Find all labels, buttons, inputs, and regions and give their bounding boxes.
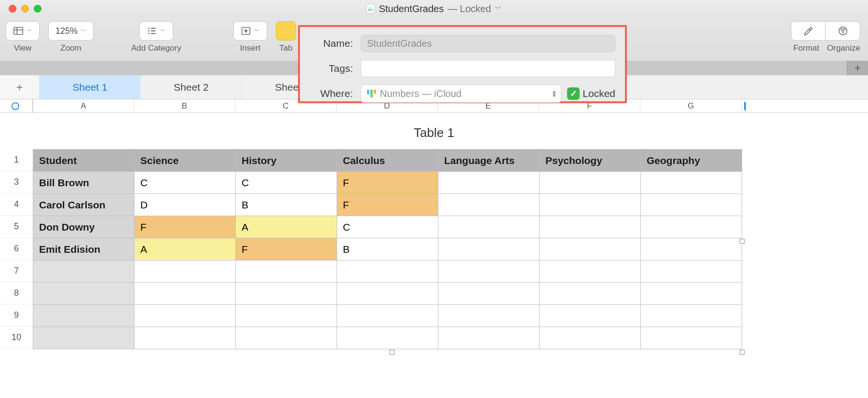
column-header-g[interactable]: G xyxy=(640,99,742,112)
view-button[interactable]: ﹀ xyxy=(6,21,40,41)
empty-cell[interactable] xyxy=(438,327,540,349)
empty-cell[interactable] xyxy=(438,305,540,327)
empty-cell[interactable] xyxy=(337,305,438,327)
grades-table[interactable]: StudentScienceHistoryCalculusLanguage Ar… xyxy=(33,149,742,349)
grade-cell[interactable]: F xyxy=(337,172,438,194)
grade-cell[interactable] xyxy=(438,238,540,261)
student-name-cell[interactable]: Bill Brown xyxy=(33,172,135,194)
grade-cell[interactable]: F xyxy=(337,194,438,216)
table-header-cell[interactable]: Calculus xyxy=(337,150,438,172)
table-handle-corner[interactable] xyxy=(740,350,745,355)
empty-cell[interactable] xyxy=(135,261,236,283)
grade-cell[interactable] xyxy=(540,216,641,238)
grade-cell[interactable]: A xyxy=(135,238,236,261)
select-all-corner[interactable] xyxy=(0,99,33,112)
grade-cell[interactable] xyxy=(641,172,742,194)
empty-cell[interactable] xyxy=(641,327,742,349)
row-number[interactable]: 6 xyxy=(0,238,33,260)
empty-name-cell[interactable] xyxy=(33,327,135,349)
table-header-cell[interactable]: Student xyxy=(33,150,135,172)
table-button[interactable] xyxy=(276,21,296,41)
empty-cell[interactable] xyxy=(135,327,236,349)
table-header-cell[interactable]: Psychology xyxy=(540,150,641,172)
grade-cell[interactable] xyxy=(641,216,742,238)
table-header-cell[interactable]: Geography xyxy=(641,150,742,172)
grade-cell[interactable] xyxy=(540,238,641,261)
grade-cell[interactable] xyxy=(438,216,540,238)
empty-cell[interactable] xyxy=(438,261,540,283)
empty-name-cell[interactable] xyxy=(33,305,135,327)
add-category-button[interactable]: ﹀ xyxy=(139,21,173,41)
sheet-tab-2[interactable]: Sheet 2 xyxy=(141,75,242,99)
grade-cell[interactable] xyxy=(438,194,540,216)
close-window-button[interactable] xyxy=(9,5,16,13)
sheet-tab-1[interactable]: Sheet 1 xyxy=(40,75,141,99)
empty-cell[interactable] xyxy=(540,283,641,305)
table-handle-bottom[interactable] xyxy=(390,350,394,355)
grade-cell[interactable]: D xyxy=(135,194,236,216)
row-number[interactable]: 3 xyxy=(0,171,33,193)
table-header-cell[interactable]: History xyxy=(236,150,337,172)
student-name-cell[interactable]: Emit Edision xyxy=(33,238,135,261)
row-number[interactable]: 7 xyxy=(0,260,33,282)
row-number[interactable]: 5 xyxy=(0,216,33,238)
empty-cell[interactable] xyxy=(135,305,236,327)
row-number[interactable]: 9 xyxy=(0,304,33,327)
empty-cell[interactable] xyxy=(438,283,540,305)
table-handle-right[interactable] xyxy=(740,239,745,244)
column-header-a[interactable]: A xyxy=(33,99,134,112)
format-button[interactable] xyxy=(791,21,826,41)
grade-cell[interactable]: F xyxy=(135,216,236,238)
where-select[interactable]: Numbers — iCloud ▴▾ xyxy=(361,84,561,103)
grade-cell[interactable]: C xyxy=(337,216,438,238)
grade-cell[interactable]: C xyxy=(135,172,236,194)
grade-cell[interactable]: A xyxy=(236,216,337,238)
insert-button[interactable]: ﹀ xyxy=(233,21,267,41)
empty-cell[interactable] xyxy=(540,305,641,327)
grade-cell[interactable] xyxy=(438,172,540,194)
tags-input[interactable] xyxy=(361,60,615,77)
table-header-cell[interactable]: Science xyxy=(135,150,236,172)
empty-cell[interactable] xyxy=(641,283,742,305)
maximize-window-button[interactable] xyxy=(34,5,41,13)
empty-cell[interactable] xyxy=(641,305,742,327)
row-number[interactable]: 10 xyxy=(0,327,33,349)
empty-cell[interactable] xyxy=(135,283,236,305)
empty-cell[interactable] xyxy=(236,283,337,305)
grade-cell[interactable]: C xyxy=(236,172,337,194)
empty-cell[interactable] xyxy=(236,327,337,349)
empty-cell[interactable] xyxy=(236,261,337,283)
add-pane-button[interactable]: + xyxy=(847,61,868,75)
grade-cell[interactable]: B xyxy=(337,238,438,261)
empty-name-cell[interactable] xyxy=(33,283,135,305)
empty-cell[interactable] xyxy=(337,327,438,349)
student-name-cell[interactable]: Don Downy xyxy=(33,216,135,238)
column-header-b[interactable]: B xyxy=(134,99,235,112)
empty-cell[interactable] xyxy=(337,283,438,305)
zoom-button[interactable]: 125% ﹀ xyxy=(48,21,94,41)
empty-name-cell[interactable] xyxy=(33,261,135,283)
name-input[interactable] xyxy=(361,35,615,52)
grade-cell[interactable] xyxy=(540,172,641,194)
row-number[interactable]: 8 xyxy=(0,282,33,304)
row-number[interactable]: 4 xyxy=(0,193,33,216)
table-header-cell[interactable]: Language Arts xyxy=(438,150,540,172)
minimize-window-button[interactable] xyxy=(21,5,29,13)
student-name-cell[interactable]: Carol Carlson xyxy=(33,194,135,216)
organize-button[interactable] xyxy=(826,21,860,41)
window-title[interactable]: StudentGrades — Locked ﹀ xyxy=(366,3,502,14)
grade-cell[interactable]: F xyxy=(236,238,337,261)
empty-cell[interactable] xyxy=(540,261,641,283)
grade-cell[interactable] xyxy=(641,238,742,261)
grade-cell[interactable]: B xyxy=(236,194,337,216)
empty-cell[interactable] xyxy=(641,261,742,283)
empty-cell[interactable] xyxy=(337,261,438,283)
table-title[interactable]: Table 1 xyxy=(0,125,868,140)
empty-cell[interactable] xyxy=(236,305,337,327)
empty-cell[interactable] xyxy=(540,327,641,349)
grade-cell[interactable] xyxy=(540,194,641,216)
locked-checkbox[interactable]: ✓ Locked xyxy=(567,87,615,100)
add-sheet-button[interactable]: + xyxy=(0,75,40,99)
row-number[interactable]: 1 xyxy=(0,149,33,171)
grade-cell[interactable] xyxy=(641,194,742,216)
